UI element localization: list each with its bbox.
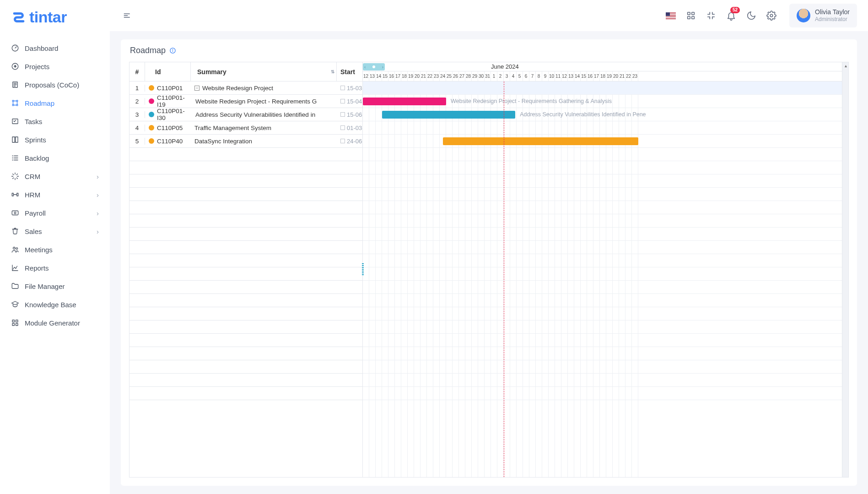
- notifications-bell-icon[interactable]: 52: [726, 11, 736, 21]
- timeline-row: [363, 254, 842, 267]
- timeline-day: 12: [363, 71, 369, 81]
- timeline-row[interactable]: [363, 81, 842, 95]
- timeline-row: [363, 188, 842, 201]
- timeline-scroll-widget[interactable]: ‹ ›: [363, 63, 385, 71]
- sidebar-item-meetings[interactable]: Meetings: [0, 240, 110, 259]
- sidebar-item-roadmap[interactable]: Roadmap: [0, 94, 110, 112]
- timeline-row[interactable]: Website Redesign Project - Requirements …: [363, 95, 842, 108]
- column-header-start[interactable]: Start: [337, 62, 362, 81]
- sidebar-item-crm[interactable]: CRM›: [0, 167, 110, 185]
- gantt-bar[interactable]: [443, 137, 638, 145]
- table-row: [129, 281, 362, 294]
- timeline-row[interactable]: [363, 135, 842, 148]
- sidebar-item-label: Roadmap: [25, 99, 54, 107]
- dark-mode-toggle-icon[interactable]: [746, 11, 756, 21]
- info-icon[interactable]: [169, 47, 176, 54]
- checkbox-icon[interactable]: [340, 86, 345, 90]
- svg-rect-37: [692, 12, 695, 15]
- svg-point-43: [173, 49, 173, 50]
- language-flag-us[interactable]: [666, 12, 676, 19]
- timeline-day: 25: [446, 71, 453, 81]
- timeline-day: 23: [433, 71, 440, 81]
- timeline-day: 28: [465, 71, 472, 81]
- timeline-day: 22: [625, 71, 632, 81]
- brand-logo[interactable]: tintar: [0, 8, 110, 34]
- table-row[interactable]: 1C110P01−Website Redesign Project15-03-2: [129, 81, 362, 95]
- sort-handle-icon[interactable]: ⇅: [331, 69, 334, 74]
- timeline-day: 15: [581, 71, 587, 81]
- row-number: 4: [129, 125, 145, 131]
- table-row[interactable]: 2C110P01-I19Website Redesign Project - R…: [129, 95, 362, 108]
- row-id: C110P40: [145, 138, 191, 145]
- table-row[interactable]: 3C110P01-I30Address Security Vulnerabili…: [129, 108, 362, 121]
- menu-toggle-button[interactable]: [121, 9, 134, 22]
- user-menu[interactable]: Olivia Taylor Administrator: [789, 4, 857, 28]
- sidebar-item-label: Reports: [25, 264, 49, 272]
- timeline-day: 31: [485, 71, 491, 81]
- column-resize-handle[interactable]: [362, 263, 364, 276]
- vertical-scrollbar[interactable]: ▴: [842, 62, 848, 477]
- timeline-day: 19: [408, 71, 414, 81]
- sidebar-item-backlog[interactable]: Backlog: [0, 149, 110, 167]
- notification-count-badge: 52: [730, 7, 740, 13]
- timeline-row: [363, 307, 842, 320]
- fullscreen-exit-icon[interactable]: [706, 11, 716, 21]
- column-header-id[interactable]: Id: [145, 62, 191, 81]
- table-row: [129, 161, 362, 174]
- svg-rect-30: [16, 320, 18, 322]
- checkbox-icon[interactable]: [340, 112, 345, 117]
- timeline-row[interactable]: Address Security Vulnerabilities Identif…: [363, 108, 842, 121]
- timeline-day: 13: [369, 71, 376, 81]
- sidebar-item-filemanager[interactable]: File Manager: [0, 277, 110, 295]
- tree-collapse-icon[interactable]: −: [194, 86, 199, 91]
- checkbox-icon[interactable]: [340, 99, 345, 103]
- sidebar-item-hrm[interactable]: HRM›: [0, 185, 110, 204]
- sidebar-item-kb[interactable]: Knowledge Base: [0, 295, 110, 314]
- gantt-bar[interactable]: [363, 98, 446, 105]
- timeline-day: 23: [632, 71, 638, 81]
- gantt-timeline-body[interactable]: Website Redesign Project - Requirements …: [363, 81, 842, 477]
- kb-icon: [11, 300, 19, 309]
- filemanager-icon: [11, 282, 19, 290]
- column-header-summary[interactable]: Summary ⇅: [191, 62, 337, 81]
- row-start-date: 24-06-2: [337, 138, 362, 145]
- sidebar-item-proposals[interactable]: Proposals (CoCo): [0, 76, 110, 94]
- user-name: Olivia Taylor: [815, 8, 850, 16]
- column-header-num[interactable]: #: [129, 62, 145, 81]
- sidebar-item-projects[interactable]: PProjects: [0, 57, 110, 76]
- sidebar-item-modgen[interactable]: Module Generator: [0, 314, 110, 332]
- sidebar-item-sprints[interactable]: Sprints: [0, 130, 110, 149]
- gantt-bar-label: Website Redesign Project - Requirements …: [451, 98, 612, 105]
- svg-rect-38: [688, 16, 690, 19]
- sidebar-item-reports[interactable]: Reports: [0, 259, 110, 277]
- table-row: [129, 174, 362, 188]
- timeline-row: [363, 148, 842, 161]
- user-role: Administrator: [815, 16, 850, 23]
- settings-gear-icon[interactable]: [766, 11, 776, 21]
- status-dot-icon: [149, 98, 154, 104]
- timeline-row[interactable]: [363, 121, 842, 135]
- table-row[interactable]: 4C110P05Traffic Management System01-03-2: [129, 121, 362, 135]
- apps-grid-icon[interactable]: [686, 11, 696, 21]
- content: Roadmap # Id Summary ⇅: [110, 31, 868, 494]
- timeline-day: 15: [382, 71, 388, 81]
- timeline-day: 5: [517, 71, 523, 81]
- checkbox-icon[interactable]: [340, 139, 345, 143]
- table-row[interactable]: 5C110P40DataSync Integration24-06-2: [129, 135, 362, 148]
- timeline-day: 16: [587, 71, 593, 81]
- sidebar-item-dashboard[interactable]: Dashboard: [0, 39, 110, 57]
- checkbox-icon[interactable]: [340, 125, 345, 130]
- sidebar-item-sales[interactable]: Sales›: [0, 222, 110, 240]
- timeline-day: 9: [542, 71, 549, 81]
- row-summary: Website Redesign Project - Requirements …: [191, 98, 337, 105]
- sidebar-item-payroll[interactable]: Payroll›: [0, 204, 110, 222]
- gantt-bar[interactable]: [382, 111, 515, 119]
- table-row: [129, 387, 362, 400]
- hrm-icon: [11, 190, 19, 199]
- timeline-row: [363, 387, 842, 400]
- timeline-day: 4: [510, 71, 517, 81]
- sidebar-nav: DashboardPProjectsProposals (CoCo)Roadma…: [0, 34, 110, 494]
- sidebar-item-tasks[interactable]: Tasks: [0, 112, 110, 130]
- sidebar-item-label: Knowledge Base: [25, 301, 76, 309]
- scroll-up-icon[interactable]: ▴: [842, 62, 849, 69]
